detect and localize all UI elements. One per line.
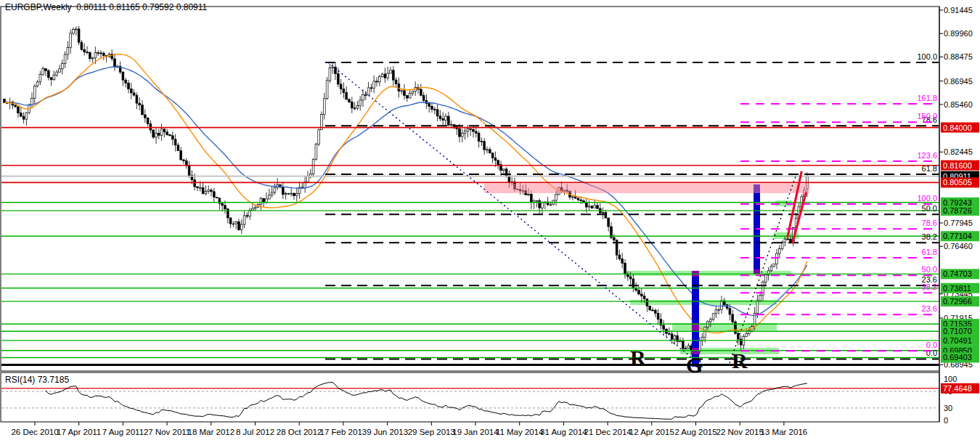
price-axis: 0.914450.899600.884750.869450.854600.824…	[939, 6, 979, 422]
date-axis-label: 7 Aug 2011	[102, 428, 144, 436]
date-axis-label: 29 Sep 2013	[408, 428, 455, 436]
price-level-badge-text: 0.70491	[943, 336, 972, 345]
price-level-badge-text: 0.79243	[943, 198, 972, 207]
rsi-axis-tick: 30	[944, 404, 952, 412]
date-axis-label: 28 Oct 2012	[277, 428, 322, 436]
price-axis-tick: 0.77945	[944, 219, 973, 227]
date-axis-label: 31 Aug 2014	[540, 428, 587, 436]
date-axis-label: 9 Jun 2013	[367, 428, 408, 436]
price-level-badge-text: 0.74703	[943, 269, 972, 278]
rsi-value-badge-text: 77.4648	[943, 384, 972, 393]
date-axis-label: 12 Apr 2015	[629, 428, 674, 436]
date-axis-label: 8 Jul 2012	[236, 428, 274, 436]
fib-expansion-label: 123.6	[917, 151, 937, 160]
date-axis-label: 22 Nov 2015	[716, 428, 764, 436]
date-axis-label: 11 May 2014	[496, 428, 544, 436]
fib-expansion-label: 61.8	[922, 248, 937, 256]
date-axis-label: 13 Mar 2016	[761, 428, 808, 436]
symbol-period-label: EURGBP,Weekly	[5, 2, 72, 12]
fib-expansion-label: 161.8	[917, 94, 937, 102]
fib-expansion-label: 50.0	[922, 265, 937, 274]
fib-retracement-label: 61.8	[922, 164, 937, 173]
price-level-badge-text: 0.77104	[943, 232, 972, 240]
chart-canvas[interactable]: 100.078.661.850.038.223.60.0161.8150.012…	[0, 0, 980, 440]
marker-letter-r: R	[630, 346, 646, 370]
date-axis-label: 27 Nov 2011	[144, 428, 190, 436]
marker-letter-r: R	[732, 349, 748, 372]
rsi-axis-tick: 100	[944, 375, 957, 383]
green-highlight-band	[775, 200, 791, 206]
price-level-badge-text: 0.72966	[943, 297, 972, 306]
rsi-axis-tick: 0	[944, 416, 948, 425]
mt4-chart-window: { "header": { "symbol_period": "EURGBP,W…	[0, 0, 980, 440]
date-axis-label: 21 Dec 2014	[584, 428, 632, 436]
price-level-badge-text: 0.69403	[943, 353, 972, 362]
price-axis-tick: 0.88475	[944, 52, 973, 61]
date-axis-label: 26 Dec 2010	[11, 428, 58, 436]
fib-expansion-label: 100.0	[917, 194, 937, 203]
price-level-badge-text: 0.71070	[943, 327, 972, 335]
fib-expansion-label: 78.6	[922, 219, 937, 227]
price-level-badge-text: 0.80505	[943, 178, 972, 187]
price-axis-tick: 0.76460	[944, 242, 973, 250]
fib-expansion-label: 23.6	[922, 304, 937, 313]
price-axis-tick: 0.85460	[944, 100, 973, 109]
price-level-badge-text: 0.73811	[943, 284, 971, 293]
fib-expansion-label: 38.2	[922, 282, 937, 291]
fib-retracement-label: 38.2	[922, 232, 937, 241]
fib-expansion-label: 150.0	[917, 112, 937, 121]
date-axis-label: 17 Apr 2011	[57, 428, 101, 436]
price-level-badge-text: 0.78726	[943, 206, 972, 215]
price-axis-tick: 0.82445	[944, 147, 973, 156]
fib-retracement-label: 100.0	[917, 52, 937, 61]
date-axis-label: 18 Mar 2012	[188, 428, 235, 436]
price-level-badge-text: 0.81600	[943, 161, 972, 170]
price-axis-tick: 0.86945	[944, 77, 973, 86]
price-level-badge-text: 0.84000	[943, 123, 972, 132]
date-axis: 26 Dec 201017 Apr 20117 Aug 201127 Nov 2…	[11, 422, 807, 436]
rsi-indicator-label: RSI(14) 73.7185	[5, 375, 69, 385]
pink-resistance-zone[interactable]	[484, 184, 809, 193]
fib-retracement-label: 50.0	[922, 204, 937, 213]
price-axis-tick: 0.89960	[944, 29, 973, 38]
date-axis-label: 17 Feb 2013	[320, 428, 367, 436]
ohlc-values: 0.80111 0.81165 0.79592 0.80911	[72, 2, 208, 12]
rsi-axis: 1007030077.4648	[941, 375, 979, 425]
price-axis-tick: 0.91445	[944, 6, 973, 15]
chart-header: EURGBP,Weekly 0.80111 0.81165 0.79592 0.…	[5, 2, 207, 12]
date-axis-label: 19 Jan 2014	[452, 428, 499, 436]
marker-letter-g: G	[686, 353, 703, 377]
fib-expansion-label: 0.0	[926, 341, 937, 349]
date-axis-label: 2 Aug 2015	[674, 428, 716, 436]
